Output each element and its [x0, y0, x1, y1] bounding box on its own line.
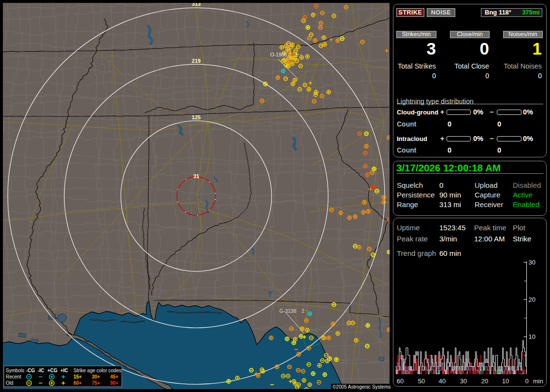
svg-text:90+: 90+ [110, 380, 118, 386]
svg-text:75+: 75+ [92, 380, 100, 386]
svg-text:0: 0 [525, 378, 528, 385]
svg-text:-CG: -CG [26, 368, 35, 373]
svg-text:Old: Old [6, 380, 14, 386]
svg-text:Recent: Recent [6, 374, 21, 379]
svg-text:60+: 60+ [73, 380, 82, 386]
svg-text:10: 10 [502, 378, 509, 385]
svg-text:−: − [299, 51, 302, 57]
svg-text:−: − [305, 308, 308, 313]
svg-text:+IC: +IC [60, 368, 68, 373]
svg-text:15+: 15+ [73, 374, 82, 379]
svg-text:2: 2 [302, 308, 304, 314]
svg-text:50: 50 [418, 378, 425, 385]
svg-text:20: 20 [481, 378, 488, 385]
svg-text:45+: 45+ [110, 374, 118, 379]
svg-text:40: 40 [439, 378, 446, 385]
svg-text:313: 313 [192, 3, 201, 7]
svg-text:20: 20 [529, 296, 536, 303]
svg-text:219: 219 [192, 58, 201, 64]
svg-text:Strike age color codes: Strike age color codes [73, 368, 121, 373]
svg-text:125: 125 [192, 114, 201, 120]
svg-text:G-3138: G-3138 [279, 308, 296, 314]
svg-text:-IC: -IC [38, 368, 44, 373]
svg-text:+: + [298, 308, 301, 314]
svg-text:1: 1 [295, 52, 298, 57]
svg-text:Symbols: Symbols [6, 368, 24, 373]
svg-text:31: 31 [193, 173, 199, 179]
svg-text:30: 30 [460, 378, 467, 385]
svg-text:60: 60 [397, 378, 404, 385]
svg-text:30: 30 [529, 259, 536, 266]
svg-text:30+: 30+ [92, 374, 100, 379]
svg-text:+CG: +CG [47, 368, 58, 373]
svg-text:10: 10 [529, 333, 536, 340]
svg-text:+: + [291, 52, 294, 57]
svg-text:O-1900: O-1900 [270, 52, 287, 57]
svg-text:min: min [533, 378, 543, 385]
